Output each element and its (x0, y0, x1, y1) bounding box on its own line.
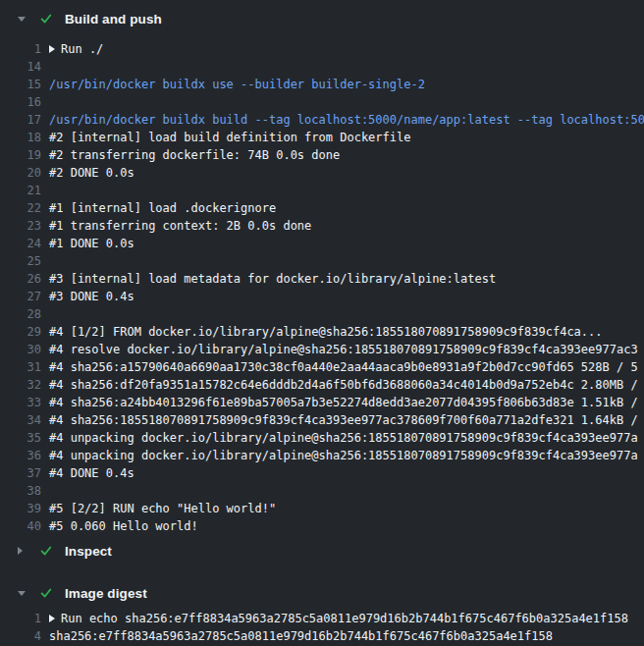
section-header-inspect[interactable]: Inspect (0, 539, 644, 563)
line-number[interactable]: 22 (0, 199, 41, 217)
log-line: 33#4 sha256:a24bb4013296f61e89ba57005a7b… (0, 394, 644, 411)
log-line: 24#1 DONE 0.0s (0, 235, 644, 252)
line-number[interactable]: 34 (0, 411, 41, 429)
log-text: #4 sha256:185518070891758909c9f839cf4ca3… (49, 411, 638, 429)
log-line: 32#4 sha256:df20fa9351a15782c64e6dddb2d4… (0, 376, 644, 394)
check-icon (39, 12, 53, 26)
log-line: 34#4 sha256:185518070891758909c9f839cf4c… (0, 411, 644, 429)
log-line: 1Run ./ (0, 40, 644, 58)
log-text: #1 DONE 0.0s (49, 235, 134, 252)
log-line: 38 (0, 482, 644, 500)
log-line: 19#2 transferring dockerfile: 74B 0.0s d… (0, 146, 644, 164)
log-line: 29#4 [1/2] FROM docker.io/library/alpine… (0, 323, 644, 341)
log-line: 30#4 resolve docker.io/library/alpine@sh… (0, 341, 644, 358)
chevron-down-icon[interactable] (18, 587, 27, 599)
log-line: 14 Using builder instance builder-single… (0, 58, 644, 76)
log-text: #4 sha256:a24bb4013296f61e89ba57005a7b3e… (49, 394, 638, 411)
workflow-log: Build and push 1Run ./14 Using builder i… (0, 0, 644, 646)
log-line: 28 (0, 305, 644, 323)
line-number[interactable]: 36 (0, 447, 41, 464)
log-text: #1 transferring context: 2B 0.0s done (49, 217, 311, 235)
line-number[interactable]: 30 (0, 341, 41, 358)
log-text: #2 [internal] load build definition from… (49, 129, 410, 146)
chevron-right-icon[interactable] (18, 545, 27, 557)
chevron-down-icon[interactable] (18, 13, 27, 25)
log-text: #5 0.060 Hello world! (49, 517, 198, 535)
log-line: 4sha256:e7ff8834a5963a2785c5a0811e979d16… (0, 627, 644, 645)
log-line: 36#4 unpacking docker.io/library/alpine@… (0, 447, 644, 464)
log-lines-build-and-push: 1Run ./14 Using builder instance builder… (0, 40, 644, 535)
line-number[interactable]: 1 (0, 610, 41, 627)
log-line: 16 Starting build... (0, 93, 644, 111)
log-text: Starting build... (49, 93, 186, 111)
line-number[interactable]: 32 (0, 376, 41, 394)
line-number[interactable]: 21 (0, 182, 41, 199)
log-line: 40#5 0.060 Hello world! (0, 517, 644, 535)
log-text: #4 DONE 0.4s (49, 464, 134, 482)
log-line: 37#4 DONE 0.4s (0, 464, 644, 482)
section-title: Image digest (65, 586, 147, 601)
log-line: 31#4 sha256:a15790640a6690aa1730c38cf0a4… (0, 358, 644, 376)
log-text: #2 DONE 0.0s (49, 164, 134, 182)
log-lines-image-digest: 1Run echo sha256:e7ff8834a5963a2785c5a08… (0, 610, 644, 645)
check-icon (39, 544, 53, 558)
section-header-image-digest[interactable]: Image digest (0, 581, 644, 605)
log-line: 17/usr/bin/docker buildx build --tag loc… (0, 111, 644, 129)
log-line: 39#5 [2/2] RUN echo "Hello world!" (0, 500, 644, 517)
log-line: 20#2 DONE 0.0s (0, 164, 644, 182)
log-line: 35#4 unpacking docker.io/library/alpine@… (0, 429, 644, 447)
line-number[interactable]: 35 (0, 429, 41, 447)
log-text: #3 [internal] load metadata for docker.i… (49, 270, 496, 288)
line-number[interactable]: 19 (0, 146, 41, 164)
expand-group-icon[interactable] (49, 45, 55, 53)
log-text: Run echo sha256:e7ff8834a5963a2785c5a081… (49, 610, 628, 627)
log-text: #5 [2/2] RUN echo "Hello world!" (49, 500, 276, 517)
line-number[interactable]: 24 (0, 235, 41, 252)
line-number[interactable]: 29 (0, 323, 41, 341)
log-text: #2 transferring dockerfile: 74B 0.0s don… (49, 146, 340, 164)
log-line: 27#3 DONE 0.4s (0, 288, 644, 305)
runner-icon (49, 93, 61, 105)
line-number[interactable]: 14 (0, 58, 41, 76)
log-text: #3 DONE 0.4s (49, 288, 134, 305)
line-number[interactable]: 27 (0, 288, 41, 305)
line-number[interactable]: 39 (0, 500, 41, 517)
log-text: #4 sha256:a15790640a6690aa1730c38cf0a440… (49, 358, 638, 376)
log-line: 25 (0, 252, 644, 270)
line-number[interactable]: 31 (0, 358, 41, 376)
line-number[interactable]: 4 (0, 627, 41, 645)
log-line: 23#1 transferring context: 2B 0.0s done (0, 217, 644, 235)
line-number[interactable]: 40 (0, 517, 41, 535)
log-line: 26#3 [internal] load metadata for docker… (0, 270, 644, 288)
section-header-build-and-push[interactable]: Build and push (0, 7, 644, 30)
pushpin-icon (49, 58, 61, 70)
line-number[interactable]: 15 (0, 76, 41, 93)
log-text: #4 resolve docker.io/library/alpine@sha2… (49, 341, 638, 358)
line-number[interactable]: 17 (0, 111, 41, 129)
log-line: 21 (0, 182, 644, 199)
line-number[interactable]: 20 (0, 164, 41, 182)
section-title: Build and push (65, 12, 162, 27)
log-line: 1Run echo sha256:e7ff8834a5963a2785c5a08… (0, 610, 644, 627)
line-number[interactable]: 28 (0, 305, 41, 323)
log-line: 22#1 [internal] load .dockerignore (0, 199, 644, 217)
expand-group-icon[interactable] (49, 615, 55, 622)
line-number[interactable]: 16 (0, 93, 41, 111)
log-text: Using builder instance builder-single-2 (49, 58, 342, 76)
line-number[interactable]: 25 (0, 252, 41, 270)
log-text: #1 [internal] load .dockerignore (49, 199, 276, 217)
line-number[interactable]: 1 (0, 40, 41, 58)
check-icon (39, 586, 53, 600)
log-text: #4 unpacking docker.io/library/alpine@sh… (49, 429, 638, 447)
line-number[interactable]: 18 (0, 129, 41, 146)
log-text: #4 [1/2] FROM docker.io/library/alpine@s… (49, 323, 603, 341)
line-number[interactable]: 23 (0, 217, 41, 235)
log-line: 18#2 [internal] load build definition fr… (0, 129, 644, 146)
log-text: #4 sha256:df20fa9351a15782c64e6dddb2d4a6… (49, 376, 638, 394)
log-text: Run ./ (49, 40, 103, 58)
line-number[interactable]: 38 (0, 482, 41, 500)
line-number[interactable]: 37 (0, 464, 41, 482)
line-number[interactable]: 33 (0, 394, 41, 411)
log-text: #4 unpacking docker.io/library/alpine@sh… (49, 447, 638, 464)
line-number[interactable]: 26 (0, 270, 41, 288)
